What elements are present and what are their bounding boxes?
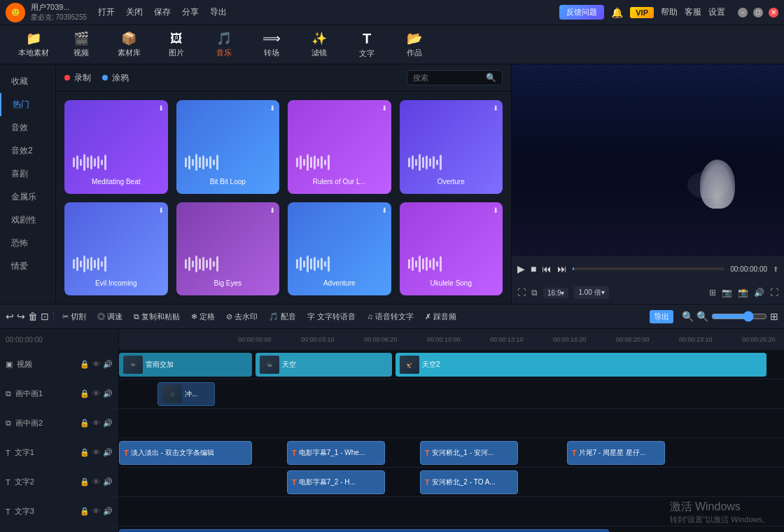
tab-paint[interactable]: 涂鸦 xyxy=(102,72,129,84)
maximize-button[interactable]: □ xyxy=(753,8,763,18)
clip[interactable]: T电影字幕7_1 - Whe... xyxy=(287,441,385,465)
music-card[interactable]: Meditating Beat⬇ xyxy=(64,100,168,194)
smooth-button[interactable]: ◎ 调速 xyxy=(93,310,127,323)
zoom-slider[interactable] xyxy=(711,311,767,322)
sidebar-item-sfx[interactable]: 音效 xyxy=(0,116,55,139)
download-button[interactable]: ⬇ xyxy=(382,104,387,112)
download-button[interactable]: ⬇ xyxy=(270,206,275,214)
dub-button[interactable]: 🎵 配音 xyxy=(265,310,300,323)
remove-voice-button[interactable]: ✗ 踩音频 xyxy=(421,310,461,323)
tab-record[interactable]: 录制 xyxy=(64,72,91,84)
zoom-in-button[interactable]: 🔍 xyxy=(696,311,708,322)
progress-bar[interactable] xyxy=(573,267,724,270)
toolbar-local[interactable]: 📁 本地素材 xyxy=(11,28,56,62)
toolbar-text[interactable]: T 文字 xyxy=(344,28,389,62)
sidebar-item-comedy[interactable]: 喜剧 xyxy=(0,162,55,186)
track-lock-button[interactable]: 🔒 xyxy=(80,419,90,428)
close-button[interactable]: ✕ xyxy=(769,8,778,18)
speech-button[interactable]: ♫ 语音转文字 xyxy=(363,310,417,323)
split-button[interactable]: ✂ 切割 xyxy=(58,310,90,323)
clip[interactable]: ⊙冲... xyxy=(158,382,215,406)
grid-icon[interactable]: ⊞ xyxy=(709,288,716,298)
download-button[interactable]: ⬇ xyxy=(382,206,387,214)
sidebar-item-sfx2[interactable]: 音效2 xyxy=(0,139,55,162)
clip[interactable]: T电影字幕7_2 - H... xyxy=(287,470,385,494)
next-button[interactable]: ⏭ xyxy=(557,263,567,274)
clip[interactable]: 🌧雷雨交加 xyxy=(119,353,252,377)
menu-export[interactable]: 导出 xyxy=(210,6,227,18)
settings-button[interactable]: 设置 xyxy=(708,6,725,18)
sidebar-item-favorites[interactable]: 收藏 xyxy=(0,70,55,93)
undo-button[interactable]: ↩ xyxy=(6,311,14,322)
track-lock-button[interactable]: 🔒 xyxy=(80,360,90,369)
watermark-button[interactable]: ⊘ 去水印 xyxy=(222,310,262,323)
scene-button[interactable]: ⊡ xyxy=(41,311,49,322)
pip-icon[interactable]: ⧉ xyxy=(531,288,538,298)
music-card[interactable]: Overture⬇ xyxy=(400,100,503,194)
download-button[interactable]: ⬇ xyxy=(158,206,164,214)
track-audio-button[interactable]: 🔊 xyxy=(103,507,113,516)
music-card[interactable]: Evil Incoming⬇ xyxy=(64,202,168,296)
clip[interactable]: 🌥天空 xyxy=(255,353,392,377)
track-audio-button[interactable]: 🔊 xyxy=(103,419,113,428)
stop-button[interactable]: ■ xyxy=(531,263,536,274)
feedback-button[interactable]: 反馈问题 xyxy=(559,5,604,20)
toolbar-music[interactable]: 🎵 音乐 xyxy=(202,28,246,62)
menu-open[interactable]: 打开 xyxy=(98,6,115,18)
service-button[interactable]: 客服 xyxy=(685,6,701,18)
track-eye-button[interactable]: 👁 xyxy=(92,389,100,398)
delete-button[interactable]: 🗑 xyxy=(28,311,38,322)
clip[interactable]: T安河桥北_2 - TO A... xyxy=(420,470,518,494)
track-lock-button[interactable]: 🔒 xyxy=(80,448,90,457)
track-eye-button[interactable]: 👁 xyxy=(92,419,100,428)
expand-icon[interactable]: ⛶ xyxy=(770,288,778,298)
sidebar-item-horror[interactable]: 恐怖 xyxy=(0,232,55,255)
search-icon[interactable]: 🔍 xyxy=(486,73,496,83)
sidebar-item-dramatic[interactable]: 戏剧性 xyxy=(0,209,55,232)
sidebar-item-hot[interactable]: 热门 xyxy=(0,93,55,116)
toolbar-works[interactable]: 📂 作品 xyxy=(392,28,437,62)
track-audio-button[interactable]: 🔊 xyxy=(103,448,113,457)
minimize-button[interactable]: － xyxy=(738,8,748,18)
music-card[interactable]: Bit Bit Loop⬇ xyxy=(176,100,280,194)
camera-icon[interactable]: 📸 xyxy=(738,288,748,298)
prev-button[interactable]: ⏮ xyxy=(542,263,552,274)
freeze-button[interactable]: ❄ 定格 xyxy=(187,310,219,323)
download-button[interactable]: ⬇ xyxy=(493,206,498,214)
download-button[interactable]: ⬇ xyxy=(158,104,164,112)
menu-share[interactable]: 分享 xyxy=(182,6,199,18)
search-input[interactable] xyxy=(413,74,483,82)
track-audio-button[interactable]: 🔊 xyxy=(103,477,113,486)
subtitle-button[interactable]: 字 文字转语音 xyxy=(303,310,360,323)
track-lock-button[interactable]: 🔒 xyxy=(80,507,90,516)
toolbar-material[interactable]: 📦 素材库 xyxy=(106,28,151,62)
clip[interactable]: T片尾7 - 周星星 星仔... xyxy=(567,441,665,465)
zoom-out-button[interactable]: 🔍 xyxy=(682,311,694,322)
speed-button[interactable]: 1.00 倍▾ xyxy=(574,286,608,299)
sidebar-item-metal[interactable]: 金属乐 xyxy=(0,186,55,209)
track-eye-button[interactable]: 👁 xyxy=(92,360,100,369)
fullscreen-icon[interactable]: ⛶ xyxy=(517,288,526,298)
redo-button[interactable]: ↪ xyxy=(17,311,25,322)
music-card[interactable]: Adventure⬇ xyxy=(288,202,391,296)
menu-save[interactable]: 保存 xyxy=(154,6,171,18)
ratio-button[interactable]: 16:9▾ xyxy=(543,288,568,298)
track-eye-button[interactable]: 👁 xyxy=(92,507,100,516)
music-card[interactable]: Rulers of Our L...⬇ xyxy=(288,100,391,194)
time-stepper[interactable]: ⬆ xyxy=(773,265,778,273)
speaker-icon[interactable]: 🔊 xyxy=(754,288,764,298)
track-lock-button[interactable]: 🔒 xyxy=(80,389,90,398)
zoom-max-button[interactable]: ⊞ xyxy=(770,311,778,322)
sidebar-item-romance[interactable]: 情爱 xyxy=(0,255,55,278)
download-button[interactable]: ⬇ xyxy=(270,104,275,112)
clip[interactable]: T安河桥北_1 - 安河... xyxy=(420,441,518,465)
export-button[interactable]: 导出 xyxy=(650,310,673,323)
download-button[interactable]: ⬇ xyxy=(493,104,498,112)
track-eye-button[interactable]: 👁 xyxy=(92,448,100,457)
toolbar-transition[interactable]: ⟹ 转场 xyxy=(249,28,294,62)
clip[interactable]: 🎵 Meditating Beat xyxy=(119,529,609,532)
menu-close[interactable]: 关闭 xyxy=(126,6,143,18)
screenshot-icon[interactable]: 📷 xyxy=(722,288,732,298)
bell-icon[interactable]: 🔔 xyxy=(611,7,623,18)
toolbar-image[interactable]: 🖼 图片 xyxy=(154,28,199,62)
